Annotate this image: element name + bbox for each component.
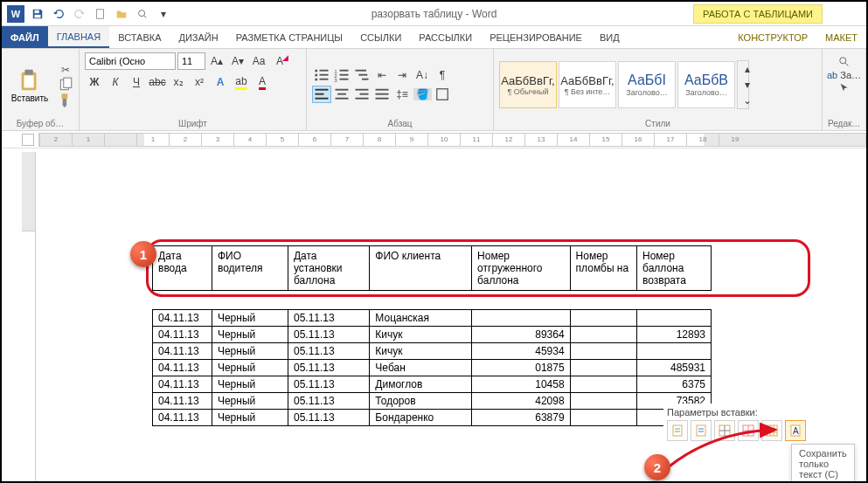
format-painter-icon[interactable] bbox=[58, 93, 73, 106]
table-cell[interactable]: 45934 bbox=[472, 343, 571, 360]
table-cell[interactable]: 42098 bbox=[472, 393, 571, 410]
outdent-icon[interactable]: ⇤ bbox=[372, 66, 392, 84]
sort-icon[interactable]: A↓ bbox=[413, 66, 432, 84]
show-marks-icon[interactable]: ¶ bbox=[433, 66, 452, 84]
data-table[interactable]: 04.11.13Черный05.11.13Моцанская04.11.13Ч… bbox=[152, 309, 712, 426]
style-no-spacing[interactable]: АаБбВвГг, ¶ Без инте… bbox=[559, 61, 616, 108]
table-cell[interactable]: Черный bbox=[212, 360, 288, 376]
paste-text-only-icon[interactable]: A bbox=[785, 420, 806, 441]
font-color-icon[interactable]: A bbox=[253, 73, 272, 91]
table-cell[interactable]: 12893 bbox=[637, 327, 712, 343]
table-cell[interactable] bbox=[637, 343, 712, 360]
table-cell[interactable]: 10458 bbox=[472, 376, 571, 393]
subscript-button[interactable]: x₂ bbox=[169, 73, 188, 91]
find-button[interactable] bbox=[838, 56, 851, 68]
indent-icon[interactable]: ⇥ bbox=[392, 66, 412, 84]
header-cell[interactable]: Дата установки баллона bbox=[288, 246, 369, 291]
table-row[interactable]: 04.11.13Черный05.11.13Тодоров4209873582 bbox=[153, 393, 712, 410]
borders-icon[interactable] bbox=[433, 86, 452, 103]
table-cell[interactable]: 6375 bbox=[637, 376, 712, 393]
table-cell[interactable]: 04.11.13 bbox=[153, 310, 212, 327]
table-cell[interactable]: 04.11.13 bbox=[153, 376, 212, 393]
table-cell[interactable]: Кичук bbox=[370, 327, 472, 343]
new-doc-icon[interactable] bbox=[93, 6, 108, 22]
shrink-font-icon[interactable]: A▾ bbox=[228, 52, 247, 70]
table-cell[interactable] bbox=[570, 393, 636, 410]
table-cell[interactable] bbox=[570, 410, 636, 426]
table-cell[interactable]: 04.11.13 bbox=[153, 410, 212, 426]
header-cell[interactable]: Номер отгруженного баллона bbox=[472, 246, 571, 291]
horizontal-ruler[interactable]: 2112345678910111213141516171819 bbox=[38, 133, 866, 147]
font-size-combo[interactable]: 11 bbox=[177, 52, 205, 70]
table-cell[interactable]: 04.11.13 bbox=[153, 327, 212, 343]
table-cell[interactable]: 05.11.13 bbox=[288, 343, 369, 360]
header-cell[interactable]: Номер баллона возврата bbox=[637, 246, 712, 291]
align-left-icon[interactable] bbox=[312, 86, 331, 103]
bold-button[interactable]: Ж bbox=[85, 73, 104, 91]
table-cell[interactable]: Тодоров bbox=[370, 393, 472, 410]
style-normal[interactable]: АаБбВвГг, ¶ Обычный bbox=[499, 61, 557, 108]
table-cell[interactable]: Черный bbox=[212, 376, 288, 393]
table-row[interactable]: 04.11.13Черный05.11.13Бондаренко63879493… bbox=[153, 410, 712, 426]
styles-scroll-down-icon[interactable]: ▾ bbox=[738, 77, 757, 93]
tab-page-layout[interactable]: РАЗМЕТКА СТРАНИЦЫ bbox=[227, 26, 351, 48]
table-cell[interactable]: 05.11.13 bbox=[288, 360, 369, 376]
table-cell[interactable]: Димоглов bbox=[370, 376, 472, 393]
paste-button[interactable]: Вставить bbox=[7, 67, 52, 103]
save-icon[interactable] bbox=[30, 6, 45, 22]
header-cell[interactable]: Дата ввода bbox=[153, 246, 212, 291]
multilevel-icon[interactable] bbox=[352, 66, 372, 84]
table-cell[interactable] bbox=[570, 327, 636, 343]
table-row[interactable]: 04.11.13Черный05.11.13Димоглов104586375 bbox=[153, 376, 712, 393]
tab-references[interactable]: ССЫЛКИ bbox=[351, 26, 410, 48]
table-cell[interactable]: 63879 bbox=[472, 410, 571, 426]
open-icon[interactable] bbox=[114, 6, 129, 22]
text-effects-icon[interactable]: A bbox=[211, 73, 230, 91]
tab-design[interactable]: ДИЗАЙН bbox=[170, 26, 226, 48]
print-preview-icon[interactable] bbox=[135, 6, 150, 22]
table-cell[interactable]: Черный bbox=[212, 327, 288, 343]
vertical-ruler[interactable] bbox=[22, 152, 36, 481]
tab-review[interactable]: РЕЦЕНЗИРОВАНИЕ bbox=[481, 26, 591, 48]
table-cell[interactable]: 485931 bbox=[637, 360, 712, 376]
tab-home[interactable]: ГЛАВНАЯ bbox=[48, 26, 109, 48]
table-cell[interactable]: 01875 bbox=[472, 360, 571, 376]
redo-icon[interactable] bbox=[72, 6, 87, 22]
line-spacing-icon[interactable]: ‡≡ bbox=[392, 86, 412, 103]
header-table[interactable]: Дата ввода ФИО водителя Дата установки б… bbox=[152, 245, 712, 291]
justify-icon[interactable] bbox=[372, 86, 392, 103]
table-cell[interactable]: Чебан bbox=[370, 360, 472, 376]
table-cell[interactable] bbox=[570, 360, 636, 376]
table-cell[interactable]: Черный bbox=[212, 310, 288, 327]
undo-icon[interactable] bbox=[51, 6, 66, 22]
table-cell[interactable] bbox=[570, 376, 636, 393]
paste-new-table-icon[interactable] bbox=[761, 420, 782, 441]
table-cell[interactable]: 05.11.13 bbox=[288, 393, 369, 410]
table-cell[interactable] bbox=[637, 310, 712, 327]
tab-table-layout[interactable]: МАКЕТ bbox=[816, 26, 866, 48]
paste-merge-icon[interactable] bbox=[691, 420, 712, 441]
numbering-icon[interactable]: 123 bbox=[332, 66, 351, 84]
table-cell[interactable] bbox=[472, 310, 571, 327]
table-cell[interactable]: 89364 bbox=[472, 327, 571, 343]
font-name-combo[interactable]: Calibri (Осно bbox=[85, 52, 176, 70]
qat-dropdown-icon[interactable]: ▾ bbox=[156, 6, 171, 22]
clear-format-icon[interactable]: A◢ bbox=[270, 52, 289, 70]
table-cell[interactable]: Кичук bbox=[370, 343, 472, 360]
replace-button[interactable]: abЗа… bbox=[827, 70, 861, 80]
align-center-icon[interactable] bbox=[332, 86, 351, 103]
table-cell[interactable]: Черный bbox=[212, 410, 288, 426]
table-cell[interactable]: Моцанская bbox=[370, 310, 472, 327]
tab-view[interactable]: ВИД bbox=[591, 26, 628, 48]
underline-button[interactable]: Ч bbox=[127, 73, 146, 91]
copy-icon[interactable] bbox=[58, 79, 73, 91]
table-cell[interactable]: Бондаренко bbox=[370, 410, 472, 426]
header-cell[interactable]: ФИО водителя bbox=[212, 246, 288, 291]
paste-keep-source-icon[interactable] bbox=[667, 420, 688, 441]
table-cell[interactable] bbox=[570, 310, 636, 327]
bullets-icon[interactable] bbox=[312, 66, 331, 84]
style-heading1[interactable]: АаБбІ Заголово… bbox=[618, 61, 676, 108]
align-right-icon[interactable] bbox=[352, 86, 372, 103]
tab-file[interactable]: ФАЙЛ bbox=[2, 26, 48, 48]
style-heading2[interactable]: АаБбВ Заголово… bbox=[677, 61, 735, 108]
